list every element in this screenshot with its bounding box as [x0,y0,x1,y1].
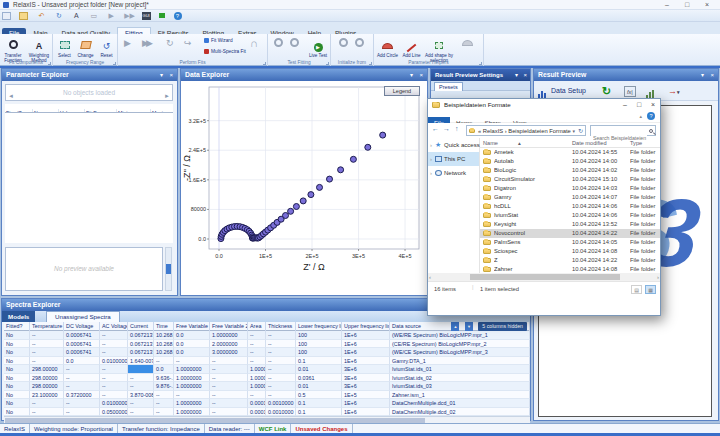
add-circle-button[interactable]: Add Circle [375,35,400,59]
expand-chevron-icon[interactable]: › [430,138,432,152]
preview-scrollbar[interactable] [165,247,172,291]
large-icons-view-icon[interactable]: ▦ [645,285,656,294]
tab-unassigned-spectra[interactable]: Unassigned Spectra [46,311,120,322]
nav-item[interactable]: › ★ Quick access [428,138,479,152]
back-icon[interactable]: ← [432,125,439,132]
scroll-left-icon[interactable]: ‹ [429,273,431,281]
continue-fit-icon[interactable]: ↪ [184,38,192,48]
hidden-columns-button[interactable]: 5 columns hidden [478,322,527,331]
spectra-row[interactable]: No--0.0006741--0.067213710.268...0.03.00… [4,348,530,357]
spectra-row[interactable]: No298.00000----0.01.0000000--1.0000...--… [4,365,530,374]
undo-icon[interactable]: ↶ [37,12,46,20]
spectra-column-header[interactable]: Upper frequency limit [342,322,390,331]
spectra-row[interactable]: No23.1000000.3720000--3.870-008---------… [4,391,530,400]
spectra-row[interactable]: No--0.0006741--0.067213710.268...0.01.00… [4,331,530,340]
fit-wizard-button[interactable]: Fit Wizard [204,35,233,46]
fit-current-icon[interactable]: ▶ [124,38,131,48]
parameter-table-body[interactable] [5,113,173,243]
weighting-icon[interactable]: A [72,12,81,20]
column-down-icon[interactable]: ▼ [465,322,473,331]
initialize-result-icon[interactable] [355,38,364,47]
scrollbar-thumb[interactable] [470,274,620,280]
spectra-column-header[interactable]: Lower frequency limit [296,322,342,331]
spectra-column-header[interactable]: Temperature [30,322,64,331]
open-project-icon[interactable] [19,12,28,20]
pin-icon[interactable]: ▾ [160,69,163,81]
spectra-column-header[interactable]: Current [128,322,154,331]
spectra-row[interactable]: No298.00000------9.636-...1.0000000--1.0… [4,374,530,383]
transfer-function-button[interactable]: Transfer Function [0,35,26,59]
spectra-table-hscrollbar[interactable] [4,416,530,423]
help-icon[interactable]: ? [174,12,182,20]
explorer-help-icon[interactable]: ? [647,112,655,120]
file-row[interactable]: Zahner 10.04.2024 14:08 File folder [480,265,660,273]
spectra-column-header[interactable]: Free Variable [174,322,210,331]
column-type[interactable]: Type [630,138,642,148]
column-date-modified[interactable]: Date modified [572,138,607,148]
spectra-row[interactable]: No----0.0100000----1.0000000--0.0001...0… [4,399,530,408]
file-row[interactable]: hcDLL 10.04.2024 14:06 File folder [480,202,660,211]
refresh-icon[interactable]: ↻ [54,12,63,20]
prev-icon[interactable]: ◄ [8,89,14,104]
multi-spectra-fit-button[interactable]: Multi-Spectra Fit [204,46,246,57]
dialog-launcher-icon[interactable] [479,62,482,65]
file-row[interactable]: PalmSens 10.04.2024 14:05 File folder [480,238,660,247]
maximize-button[interactable]: □ [680,1,694,9]
close-panel-icon[interactable]: × [523,69,527,81]
refresh-preview-icon[interactable]: ↻ [602,84,611,98]
collapse-ribbon-icon[interactable]: ▴ [639,113,642,119]
spectra-row[interactable]: No----0.0500000----1.0000000--0.0001...0… [4,408,530,417]
dialog-launcher-icon[interactable] [113,62,116,65]
legend-button[interactable]: Legend [384,86,420,96]
spectra-row[interactable]: No--0.00.01000001.640-007----------0.11E… [4,357,530,366]
dialog-launcher-icon[interactable] [263,62,266,65]
close-button[interactable]: × [700,1,714,9]
scroll-right-icon[interactable]: › [657,273,659,281]
pin-icon[interactable]: ▾ [515,69,518,81]
live-test-button[interactable]: ▶ Live Test [306,35,330,59]
dialog-launcher-icon[interactable] [326,62,329,65]
expand-chevron-icon[interactable]: › [430,166,432,180]
file-row[interactable]: IviumStat 10.04.2024 14:06 File folder [480,211,660,220]
file-row[interactable]: BioLogic 10.04.2024 14:02 File folder [480,166,660,175]
explorer-close-button[interactable]: × [646,99,660,111]
test-fit-icon[interactable] [274,38,283,47]
refit-icon[interactable]: ↻ [166,38,174,48]
gui-icon[interactable]: GUI [142,12,151,20]
spectra-row[interactable]: No--0.0006741--0.067213710.268...0.02.00… [4,340,530,349]
dialog-launcher-icon[interactable] [369,62,372,65]
spectra-column-header[interactable]: Thickness [266,322,296,331]
spectra-column-header[interactable]: Area [248,322,266,331]
spectra-column-header[interactable]: DC Voltage [64,322,100,331]
export-result-icon[interactable]: →▾ [668,84,680,98]
explorer-maximize-button[interactable]: □ [632,99,646,111]
fit-all-icon[interactable]: ▶▶ [142,38,150,48]
close-panel-icon[interactable]: × [710,69,714,81]
weighting-method-button[interactable]: A Weighting Method [26,35,52,59]
formula-icon[interactable]: fx| [624,86,636,97]
tab-models[interactable]: Models [2,311,35,322]
pin-icon[interactable]: ▾ [701,69,704,81]
model-selector[interactable]: ◄ No objects loaded ► [5,84,173,101]
dialog-launcher-icon[interactable] [48,62,51,65]
nav-item[interactable]: › ★ Network [428,166,479,180]
column-name[interactable]: Name [483,138,498,148]
test-curve-icon[interactable] [290,38,299,47]
file-row[interactable]: Sciospec 10.04.2024 14:08 File folder [480,247,660,256]
initialize-previous-icon[interactable] [339,38,348,47]
frequency-range-icon[interactable]: ▭ [89,12,98,20]
file-row[interactable]: Ametek 10.04.2024 14:55 File folder [480,148,660,157]
spectra-column-header[interactable]: Free Variable 2 [210,322,248,331]
file-row[interactable]: Digatron 10.04.2024 14:03 File folder [480,184,660,193]
address-dropdown-icon[interactable]: ▾ [572,126,575,136]
details-view-icon[interactable]: ▤ [631,285,642,294]
data-setup-button[interactable]: Data Setup [538,84,586,98]
search-box[interactable] [590,125,656,136]
chart-export-icon[interactable] [646,84,657,98]
file-row[interactable]: Keysight 10.04.2024 13:52 File folder [480,220,660,229]
up-icon[interactable]: ↑ [455,125,459,132]
arch-fit-icon[interactable]: ∩ [250,38,258,48]
tab-presets[interactable]: Presets [434,82,463,91]
file-row[interactable]: Gamry 10.04.2024 14:07 File folder [480,193,660,202]
scrollbar-thumb[interactable] [166,264,171,274]
